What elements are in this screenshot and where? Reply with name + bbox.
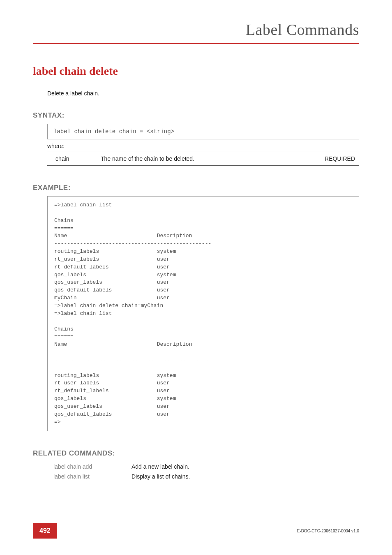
header-rule xyxy=(33,43,359,44)
section-header: Label Commands xyxy=(33,21,359,39)
command-title: label chain delete xyxy=(33,65,359,78)
example-box: =>label chain list Chains ====== Name De… xyxy=(47,196,359,431)
table-row: label chain add Add a new label chain. xyxy=(53,462,200,472)
command-description: Delete a label chain. xyxy=(47,90,359,97)
param-name: chain xyxy=(47,152,97,166)
related-command-name: label chain add xyxy=(53,462,131,472)
syntax-label: SYNTAX: xyxy=(33,111,359,120)
document-id: E-DOC-CTC-20061027-0004 v1.0 xyxy=(297,529,359,533)
page-number: 492 xyxy=(33,523,57,539)
related-commands-table: label chain add Add a new label chain. l… xyxy=(53,462,200,481)
parameter-table: chain The name of the chain to be delete… xyxy=(47,152,359,166)
example-label: EXAMPLE: xyxy=(33,184,359,192)
param-required: REQUIRED xyxy=(314,152,359,166)
related-label: RELATED COMMANDS: xyxy=(33,449,359,458)
related-command-desc: Display a list of chains. xyxy=(131,472,200,481)
table-row: label chain list Display a list of chain… xyxy=(53,472,200,481)
syntax-box: label chain delete chain = <string> xyxy=(47,124,359,139)
where-label: where: xyxy=(47,143,359,149)
table-row: chain The name of the chain to be delete… xyxy=(47,152,359,166)
related-command-name: label chain list xyxy=(53,472,131,481)
related-command-desc: Add a new label chain. xyxy=(131,462,200,472)
param-desc: The name of the chain to be deleted. xyxy=(97,152,314,166)
footer: 492 E-DOC-CTC-20061027-0004 v1.0 xyxy=(0,523,392,539)
